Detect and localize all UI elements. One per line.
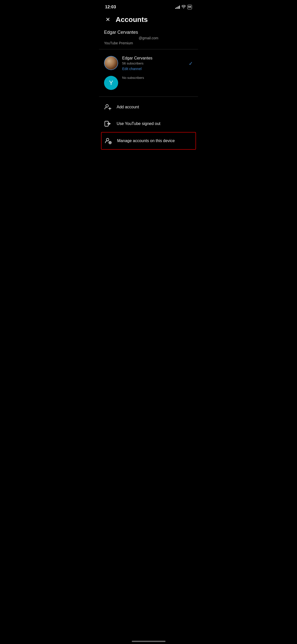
svg-point-0 [183,8,184,8]
account-plan: YouTube Premium [104,41,193,45]
manage-accounts-item[interactable]: Manage accounts on this device [101,132,196,150]
selected-check-icon: ✓ [189,60,193,67]
edit-channel-link[interactable]: Edit channel [122,67,193,71]
avatar-edgar [104,56,118,70]
channel-subscribers-edgar: 56 subscribers [122,61,193,65]
channel-item-edgar[interactable]: Edgar Cervantes 56 subscribers Edit chan… [104,53,193,73]
battery-icon: 94 [187,5,192,9]
close-button[interactable]: ✕ [104,16,112,23]
page-title: Accounts [116,16,148,24]
status-bar: 12:03 94 [99,0,198,13]
channel-subscribers-y: No subscribers [122,76,193,80]
add-account-item[interactable]: Add account [104,99,193,115]
sign-out-icon [104,120,112,127]
add-account-label: Add account [117,105,139,109]
status-icons: 94 [175,5,192,9]
channel-item-y[interactable]: Y No subscribers [104,73,193,92]
svg-point-6 [106,138,109,141]
channel-list: Edgar Cervantes 56 subscribers Edit chan… [99,49,198,96]
manage-accounts-label: Manage accounts on this device [117,139,175,143]
channel-details-edgar: Edgar Cervantes 56 subscribers Edit chan… [122,56,193,71]
signed-out-item[interactable]: Use YouTube signed out [104,115,193,132]
account-email: @gmail.com [104,36,193,40]
channel-name-edgar: Edgar Cervantes [122,56,193,60]
avatar-y: Y [104,76,118,90]
signal-icon [175,5,180,9]
channel-details-y: No subscribers [122,76,193,81]
wifi-icon [181,5,186,9]
account-info-section: Edgar Cervantes @gmail.com YouTube Premi… [99,28,198,49]
add-account-icon [104,103,112,111]
svg-point-1 [106,105,108,107]
actions-section: Add account Use YouTube signed out Manag… [99,97,198,152]
header: ✕ Accounts [99,13,198,28]
signed-out-label: Use YouTube signed out [117,121,160,126]
status-time: 12:03 [105,5,116,10]
manage-accounts-icon [105,137,112,145]
account-name: Edgar Cervantes [104,30,193,35]
